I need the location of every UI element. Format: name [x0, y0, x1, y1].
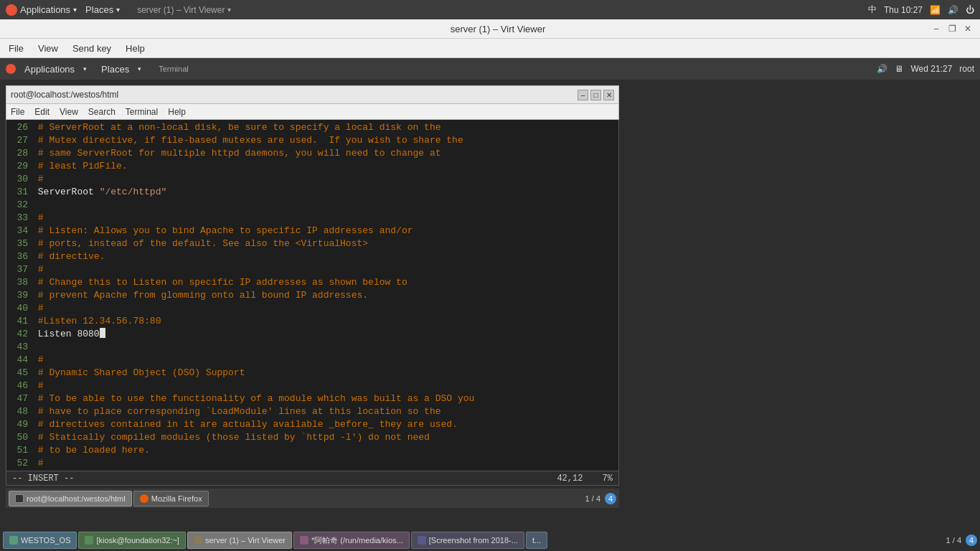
terminal-line: 44 # — [9, 354, 616, 367]
terminal-titlebar: root@localhost:/westos/html – □ ✕ — [6, 85, 619, 104]
power-icon: ⏻ — [966, 5, 974, 15]
term-menu-search[interactable]: Search — [88, 107, 116, 117]
line-comment: # To be able to use the functionality of… — [32, 392, 474, 405]
line-comment: # ServerRoot at a non-local disk, be sur… — [32, 121, 441, 134]
line-comment: # — [32, 354, 44, 367]
places-menu[interactable]: Places — [85, 4, 113, 15]
input-method[interactable]: 中 — [868, 4, 877, 16]
term-menu-terminal[interactable]: Terminal — [126, 107, 158, 117]
minimize-button[interactable]: – — [931, 24, 941, 34]
line-number: 42 — [9, 328, 28, 341]
line-number: 33 — [9, 212, 28, 225]
taskbar-kiosk[interactable]: [kiosk@foundation32:~] — [78, 532, 185, 549]
taskbar-virt-viewer[interactable]: server (1) – Virt Viewer — [187, 532, 292, 549]
virt-viewer-titlebar: server (1) – Virt Viewer – ❐ ✕ — [0, 19, 980, 39]
guest-top-right: 🔊 🖥 Wed 21:27 root — [877, 64, 974, 74]
guest-fedora-icon — [6, 64, 16, 74]
maximize-button[interactable]: ❐ — [947, 24, 957, 34]
host-page-icon: 4 — [966, 534, 977, 546]
terminal-line: 45 # Dynamic Shared Object (DSO) Support — [9, 367, 616, 380]
guest-page-icon: 4 — [605, 493, 616, 504]
term-menu-edit[interactable]: Edit — [34, 107, 50, 117]
menu-help[interactable]: Help — [123, 42, 148, 55]
apps-arrow: ▾ — [73, 6, 77, 14]
terminal-line: 31 ServerRoot "/etc/httpd" — [9, 186, 616, 199]
guest-places[interactable]: Places — [101, 64, 129, 75]
terminal-minimize-btn[interactable]: – — [578, 90, 588, 100]
fedora-icon — [6, 4, 17, 16]
line-number: 39 — [9, 289, 28, 302]
line-number: 46 — [9, 380, 28, 392]
terminal-line: 26 # ServerRoot at a non-local disk, be … — [9, 121, 616, 134]
line-comment: # — [32, 380, 44, 392]
terminal-menubar: File Edit View Search Terminal Help — [6, 104, 619, 120]
line-number: 40 — [9, 302, 28, 315]
line-comment: # have to place corresponding `LoadModul… — [32, 405, 441, 418]
terminal-line: 38 # Change this to Listen on specific I… — [9, 276, 616, 289]
line-comment: # — [32, 302, 44, 315]
screenshot-icon — [418, 536, 426, 545]
westos-icon — [9, 536, 18, 545]
taskbar-apachi[interactable]: *阿帕奇 (/run/media/kios... — [293, 532, 410, 549]
terminal-position: 42,12 7% — [557, 474, 613, 484]
terminal-line: 39 # prevent Apache from glomming onto a… — [9, 289, 616, 302]
line-number: 28 — [9, 147, 28, 160]
line-number: 48 — [9, 405, 28, 418]
term-menu-file[interactable]: File — [11, 107, 24, 117]
term-menu-view[interactable]: View — [60, 107, 78, 117]
terminal-maximize-btn[interactable]: □ — [590, 90, 601, 100]
directive-text: ServerRoot — [32, 186, 100, 199]
line-number: 38 — [9, 276, 28, 289]
applications-menu[interactable]: Applications — [20, 4, 70, 15]
terminal-line: 29 # least PidFile. — [9, 160, 616, 173]
terminal-title: root@localhost:/westos/html — [11, 90, 118, 100]
terminal-line: 52 # — [9, 457, 616, 470]
line-comment: # — [32, 212, 44, 225]
guest-top-bar: Applications ▾ Places ▾ Terminal 🔊 🖥 Wed… — [0, 58, 980, 80]
guest-applications[interactable]: Applications — [24, 64, 75, 75]
menu-file[interactable]: File — [6, 42, 27, 55]
line-number: 35 — [9, 237, 28, 250]
terminal-task-icon — [15, 494, 24, 503]
terminal-line: 36 # directive. — [9, 250, 616, 263]
line-number: 27 — [9, 134, 28, 147]
menu-view[interactable]: View — [35, 42, 61, 55]
term-menu-help[interactable]: Help — [168, 107, 186, 117]
line-number: 50 — [9, 431, 28, 444]
terminal-win-controls: – □ ✕ — [578, 90, 614, 100]
line-number: 47 — [9, 392, 28, 405]
sound-icon: 🔊 — [948, 5, 958, 15]
line-number: 30 — [9, 173, 28, 186]
line-number: 51 — [9, 444, 28, 457]
system-time: Thu 10:27 — [884, 5, 923, 15]
guest-user: root — [959, 64, 974, 74]
guest-taskbar-terminal[interactable]: root@localhost:/westos/html — [9, 491, 132, 507]
line-number: 29 — [9, 160, 28, 173]
network-icon: 📶 — [930, 5, 941, 15]
terminal-line: 35 # ports, instead of the default. See … — [9, 237, 616, 250]
line-comment: # same ServerRoot for multiple httpd dae… — [32, 147, 441, 160]
virt-viewer-title: server (1) – Virt Viewer — [65, 24, 931, 34]
virt-viewer-icon — [194, 536, 202, 545]
terminal-close-btn[interactable]: ✕ — [603, 90, 614, 100]
line-number: 26 — [9, 121, 28, 134]
line-number: 44 — [9, 354, 28, 367]
taskbar-right: 1 / 4 4 — [946, 534, 977, 546]
guest-top-left: Applications ▾ Places ▾ Terminal — [6, 64, 189, 75]
guest-taskbar: root@localhost:/westos/html Mozilla Fire… — [6, 489, 619, 508]
line-comment: # Mutex directive, if file-based mutexes… — [32, 134, 463, 147]
system-bar-right: 中 Thu 10:27 📶 🔊 ⏻ — [868, 4, 974, 16]
terminal-content[interactable]: 26 # ServerRoot at a non-local disk, be … — [6, 120, 619, 471]
line-comment: # Listen: Allows you to bind Apache to s… — [32, 225, 413, 237]
close-button[interactable]: ✕ — [963, 24, 973, 34]
guest-sound-icon: 🔊 — [877, 64, 887, 74]
taskbar-t[interactable]: t... — [526, 532, 547, 549]
terminal-line: 32 — [9, 199, 616, 212]
line-number: 49 — [9, 418, 28, 431]
guest-taskbar-firefox[interactable]: Mozilla Firefox — [133, 491, 209, 507]
menu-send-key[interactable]: Send key — [70, 42, 114, 55]
line-number: 34 — [9, 225, 28, 237]
taskbar-screenshot[interactable]: [Screenshot from 2018-... — [411, 532, 524, 549]
taskbar-westos[interactable]: WESTOS_OS — [3, 532, 77, 549]
cursor — [100, 328, 105, 338]
